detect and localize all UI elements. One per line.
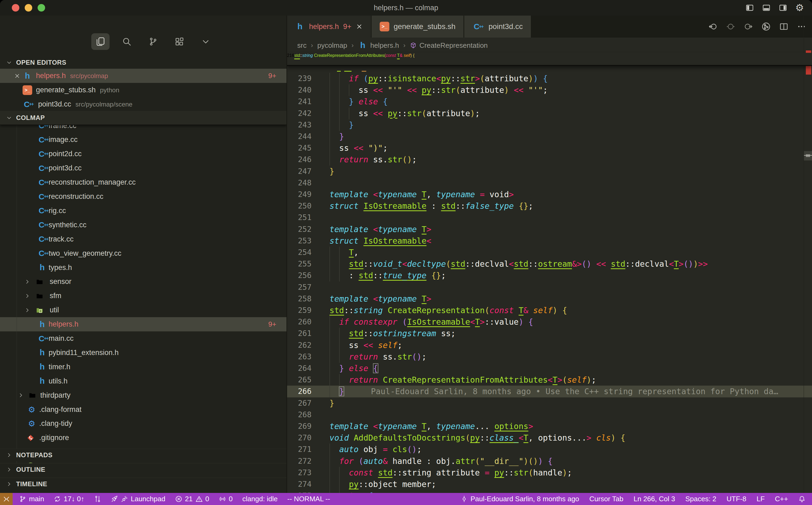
scrollbar-thumb[interactable] (804, 151, 812, 160)
line-number[interactable]: 273 (287, 467, 311, 479)
tab-generate-stubs-sh[interactable]: >_generate_stubs.sh (372, 16, 463, 37)
section-header-outline[interactable]: OUTLINE (0, 463, 286, 476)
line-number[interactable]: 257 (287, 282, 311, 293)
line-number[interactable]: 275 (287, 490, 311, 493)
line-number[interactable]: 265 (287, 374, 311, 386)
sidebar-item-reconstruction-manager-cc[interactable]: C++reconstruction_manager.cc (0, 175, 286, 189)
sidebar-item-clang-format[interactable]: ⚙.clang-format (0, 402, 286, 417)
code-line-259[interactable]: 259std::string CreateRepresentation(cons… (287, 305, 812, 316)
code-line-274[interactable]: 274 py::object member; (287, 478, 812, 490)
status-indentation[interactable]: Spaces: 2 (685, 495, 716, 503)
status-vim-mode[interactable]: -- NORMAL -- (287, 495, 330, 503)
vcs-circle-icon[interactable] (762, 22, 771, 31)
sidebar-item-gitignore[interactable]: .gitignore (0, 431, 286, 445)
code-line-265[interactable]: 265 return CreateRepresentationFromAttri… (287, 374, 812, 386)
code-line-257[interactable]: 257 (287, 282, 812, 293)
status-git-branch[interactable]: main (19, 495, 44, 503)
code-line-264[interactable]: 264 } else { (287, 362, 812, 374)
sidebar-item-util[interactable]: util (0, 303, 286, 317)
code-line-245[interactable]: 245 ss << ")"; (287, 142, 812, 154)
code-line-261[interactable]: 261 std::ostringstream ss; (287, 328, 812, 339)
sidebar-item-sensor[interactable]: sensor (0, 275, 286, 289)
line-number[interactable]: 243 (287, 119, 311, 131)
project-section-header[interactable]: COLMAP (0, 111, 286, 125)
line-number[interactable]: 266 (287, 385, 311, 397)
activity-item-files[interactable] (91, 33, 110, 50)
breadcrumb-item-pycolmap[interactable]: pycolmap (317, 41, 347, 50)
code-line-240[interactable]: 240 ss << "'" << py::str(attribute) << "… (287, 84, 812, 96)
code-line-267[interactable]: 267} (287, 397, 812, 409)
status-language-mode[interactable]: C++ (775, 495, 788, 503)
code-line-263[interactable]: 263 return ss.str(); (287, 351, 812, 363)
line-number[interactable]: 254 (287, 246, 311, 259)
line-number[interactable]: 268 (287, 409, 311, 421)
status-git-blame[interactable]: Paul-Edouard Sarlin, 8 months ago (460, 495, 579, 503)
code-line-249[interactable]: 249template <typename T, typename = void… (287, 189, 812, 200)
code-line-246[interactable]: 246 return ss.str(); (287, 154, 812, 166)
line-number[interactable]: 252 (287, 223, 311, 235)
status-ports[interactable]: 0 (219, 495, 233, 503)
sidebar-item-track-cc[interactable]: C++track.cc (0, 232, 286, 246)
sidebar-item-two-view-geometry-cc[interactable]: C++two_view_geometry.cc (0, 246, 286, 261)
status-problems[interactable]: 210 (175, 495, 209, 503)
nav-back-icon[interactable] (708, 22, 717, 31)
line-number[interactable]: 248 (287, 177, 311, 189)
code-line-271[interactable]: 271 auto obj = cls(); (287, 444, 812, 455)
code-line-244[interactable]: 244 } (287, 131, 812, 143)
line-number[interactable]: 261 (287, 328, 311, 339)
sidebar-item-pybind11-extension-h[interactable]: hpybind11_extension.h (0, 346, 286, 360)
sidebar-item-clang-tidy[interactable]: ⚙.clang-tidy (0, 417, 286, 431)
line-number[interactable]: 263 (287, 351, 311, 363)
line-number[interactable]: 245 (287, 142, 311, 154)
panel-right-icon[interactable] (779, 3, 787, 12)
overview-ruler[interactable] (804, 16, 812, 493)
code-line-273[interactable]: 273 const std::string attribute = py::st… (287, 467, 812, 479)
tab-point3d-cc[interactable]: C++point3d.cc (464, 16, 531, 37)
section-header-notepads[interactable]: NOTEPADS (0, 449, 286, 461)
split-icon[interactable] (779, 22, 788, 31)
code-line-256[interactable]: 256 : std::true_type {}; (287, 270, 812, 282)
code-line-250[interactable]: 250struct IsOstreamable : std::false_typ… (287, 200, 812, 212)
line-number[interactable]: 240 (287, 84, 311, 96)
line-number[interactable]: 258 (287, 293, 311, 305)
sidebar-item-reconstruction-cc[interactable]: C++reconstruction.cc (0, 189, 286, 204)
status-source-control-graph[interactable] (94, 495, 101, 503)
code-line-262[interactable]: 262 ss << self; (287, 339, 812, 351)
remote-indicator[interactable] (0, 493, 13, 505)
sticky-scroll-line[interactable]: 216std::string CreateRepresentationFromA… (287, 53, 812, 66)
line-number[interactable]: 242 (287, 108, 311, 120)
code-line-254[interactable]: 254 T, (287, 246, 812, 259)
line-number[interactable]: 274 (287, 478, 311, 490)
sidebar-item-rig-cc[interactable]: C++rig.cc (0, 204, 286, 218)
sidebar-item-synthetic-cc[interactable]: C++synthetic.cc (0, 218, 286, 232)
panel-bottom-icon[interactable] (762, 3, 771, 12)
breadcrumb-item-createrepresentation[interactable]: CreateRepresentation (410, 41, 488, 50)
sidebar-item-image-cc[interactable]: C++image.cc (0, 133, 286, 147)
sidebar-item-sfm[interactable]: sfm (0, 289, 286, 303)
line-number[interactable]: 241 (287, 96, 311, 108)
status-eol[interactable]: LF (757, 495, 765, 503)
line-number[interactable]: 256 (287, 270, 311, 282)
line-number[interactable]: 272 (287, 455, 311, 467)
code-line-248[interactable]: 248 (287, 177, 812, 189)
sidebar-item-types-h[interactable]: htypes.h (0, 261, 286, 275)
status-cursor-position[interactable]: Ln 266, Col 3 (634, 495, 675, 503)
line-number[interactable]: 251 (287, 212, 311, 223)
code-line-243[interactable]: 243 } (287, 119, 812, 131)
line-number[interactable]: 247 (287, 166, 311, 177)
code-line-239[interactable]: 239 if (py::isinstance<py::str>(attribut… (287, 73, 812, 85)
tab-helpers-h[interactable]: hhelpers.h9+ (287, 16, 371, 37)
code-line-247[interactable]: 247} (287, 166, 812, 177)
code-line-255[interactable]: 255 std::void_t<decltype(std::declval<st… (287, 258, 812, 270)
line-number[interactable]: 264 (287, 362, 311, 374)
line-number[interactable]: 216 (287, 53, 294, 58)
code-area[interactable]: 239 if (py::isinstance<py::str>(attribut… (287, 73, 812, 493)
line-number[interactable]: 249 (287, 189, 311, 200)
close-icon[interactable] (356, 23, 363, 30)
open-editor-generate-stubs-sh[interactable]: >_generate_stubs.shpython (0, 83, 286, 97)
code-line-253[interactable]: 253struct IsOstreamable< (287, 235, 812, 247)
code-line-266[interactable]: 266 }Paul-Edouard Sarlin, 8 months ago •… (287, 385, 812, 397)
code-line-260[interactable]: 260 if constexpr (IsOstreamable<T>::valu… (287, 316, 812, 328)
line-number[interactable]: 271 (287, 444, 311, 455)
open-editor-point3d-cc[interactable]: C++point3d.ccsrc/pycolmap/scene (0, 97, 286, 111)
